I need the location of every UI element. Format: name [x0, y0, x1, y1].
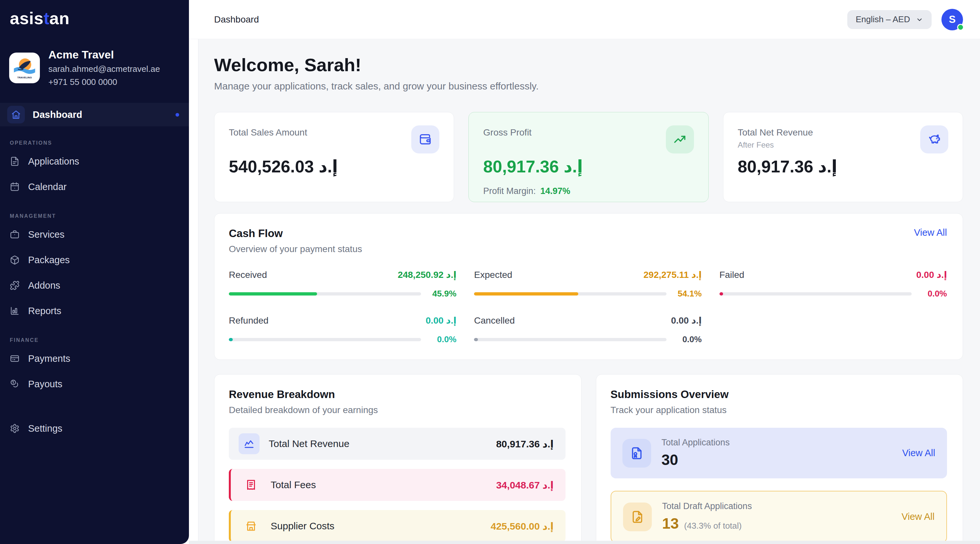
revenue-row-net-revenue: Total Net Revenue 80,917.36 د.إ — [229, 428, 565, 460]
total-applications-view-all-link[interactable]: View All — [902, 448, 935, 458]
stat-label: Gross Profit — [483, 127, 531, 138]
language-selector[interactable]: English – AED — [847, 10, 932, 29]
sidebar-item-reports[interactable]: Reports — [10, 298, 189, 324]
sidebar-item-calendar[interactable]: Calendar — [10, 174, 189, 200]
wallet-icon — [411, 125, 439, 154]
revenue-breakdown-card: Revenue Breakdown Detailed breakdown of … — [214, 374, 582, 544]
total-applications-panel: Total Applications 30 View All — [611, 428, 947, 478]
panel-label: Total Applications — [662, 438, 730, 448]
revenue-rows: Total Net Revenue 80,917.36 د.إ Total Fe… — [229, 428, 565, 542]
cash-flow-view-all-link[interactable]: View All — [914, 227, 947, 238]
card-title: Submissions Overview — [611, 388, 729, 401]
card-subtitle: Overview of your payment status — [229, 244, 362, 254]
language-selector-value: English – AED — [856, 14, 910, 24]
section-label: MANAGEMENT — [10, 213, 189, 219]
sidebar-item-dashboard[interactable]: Dashboard — [0, 103, 189, 126]
breadcrumb: Dashboard — [214, 14, 259, 25]
stats-row: Total Sales Amount 540,526.03 د.إ Gross … — [214, 112, 963, 202]
section-label: FINANCE — [10, 337, 189, 343]
credit-card-icon — [10, 354, 20, 363]
bottom-row: Revenue Breakdown Detailed breakdown of … — [214, 374, 963, 544]
cash-flow-item-received: Received 248,250.92 د.إ 45.9% — [229, 270, 456, 299]
company-phone: +971 55 000 0000 — [48, 77, 160, 87]
stat-value: 540,526.03 د.إ — [229, 157, 439, 176]
sidebar-item-payments[interactable]: Payments — [10, 346, 189, 371]
progress-track — [229, 292, 421, 295]
briefcase-icon — [10, 230, 20, 239]
page-title: Welcome, Sarah! — [214, 54, 963, 75]
progress-track — [719, 292, 912, 295]
card-subtitle: Track your application status — [611, 405, 729, 416]
gross-profit-card: Gross Profit 80,917.36 د.إ Profit Margin… — [468, 112, 708, 202]
net-revenue-card: Total Net Revenue After Fees 80,917.36 د… — [723, 112, 963, 202]
cash-flow-card: Cash Flow Overview of your payment statu… — [214, 213, 963, 360]
page-subtitle: Manage your applications, track sales, a… — [214, 81, 963, 92]
panel-value: 30 — [662, 451, 730, 469]
submissions-overview-card: Submissions Overview Track your applicat… — [596, 374, 963, 544]
card-title: Revenue Breakdown — [229, 388, 378, 401]
package-icon — [10, 255, 20, 265]
active-indicator-dot — [175, 113, 179, 117]
cash-flow-item-refunded: Refunded 0.00 د.إ 0.0% — [229, 315, 456, 344]
trending-up-icon — [666, 125, 694, 154]
stat-value: 80,917.36 د.إ — [483, 157, 694, 176]
cash-flow-item-expected: Expected 292,275.11 د.إ 54.1% — [474, 270, 702, 299]
stat-sublabel: After Fees — [738, 140, 813, 149]
main-area: Dashboard English – AED S Welcome, Sarah… — [189, 0, 980, 544]
company-name: Acme Travel — [48, 48, 160, 61]
user-avatar[interactable]: S — [942, 9, 963, 30]
draft-applications-view-all-link[interactable]: View All — [902, 511, 935, 522]
panel-label: Total Draft Applications — [662, 501, 752, 511]
piggy-bank-icon — [920, 125, 948, 154]
sidebar-item-addons[interactable]: Addons — [10, 273, 189, 298]
travel-logo-icon: TRAVELING — [11, 54, 38, 81]
cash-flow-item-failed: Failed 0.00 د.إ 0.0% — [719, 270, 947, 299]
sidebar: asistan TRAVELING Acme Travel sarah.ahme… — [0, 0, 189, 544]
sidebar-item-applications[interactable]: Applications — [10, 149, 189, 174]
company-info: Acme Travel sarah.ahmed@acmetravel.ae +9… — [48, 48, 160, 87]
stat-label: Total Sales Amount — [229, 127, 307, 138]
bar-chart-icon — [10, 306, 20, 316]
company-logo: TRAVELING — [9, 52, 40, 83]
card-title: Cash Flow — [229, 227, 362, 239]
section-label: OPERATIONS — [10, 140, 189, 146]
card-subtitle: Detailed breakdown of your earnings — [229, 405, 378, 416]
coins-icon — [10, 379, 20, 389]
draft-applications-panel: Total Draft Applications 13 (43.3% of to… — [611, 491, 947, 543]
sidebar-item-settings[interactable]: Settings — [0, 416, 189, 441]
panel-note: (43.3% of total) — [684, 521, 742, 531]
chart-line-icon — [239, 433, 259, 454]
progress-track — [474, 338, 666, 341]
sidebar-section-finance: FINANCE Payments Payouts — [0, 337, 189, 397]
sidebar-item-services[interactable]: Services — [10, 222, 189, 247]
stat-label: Total Net Revenue — [738, 127, 813, 138]
svg-text:TRAVELING: TRAVELING — [18, 76, 32, 79]
progress-track — [229, 338, 421, 341]
store-icon — [240, 515, 261, 536]
topbar: Dashboard English – AED S — [189, 0, 980, 39]
brand-logo: asistan — [0, 0, 189, 28]
online-status-dot — [957, 24, 964, 31]
company-email: sarah.ahmed@acmetravel.ae — [48, 64, 160, 74]
file-badge-icon — [622, 439, 651, 468]
progress-track — [474, 292, 666, 295]
bottom-strip — [189, 541, 980, 544]
sidebar-item-label: Dashboard — [33, 109, 168, 120]
profit-margin-line: Profit Margin: 14.97% — [483, 186, 694, 196]
receipt-icon — [240, 474, 261, 495]
total-sales-card: Total Sales Amount 540,526.03 د.إ — [214, 112, 454, 202]
puzzle-icon — [10, 281, 20, 290]
content-wrap: Welcome, Sarah! Manage your applications… — [189, 39, 980, 544]
chevron-down-icon — [916, 16, 923, 23]
file-pen-icon — [623, 503, 652, 531]
home-icon — [7, 106, 25, 124]
sidebar-section-operations: OPERATIONS Applications Calendar — [0, 140, 189, 200]
sidebar-item-packages[interactable]: Packages — [10, 247, 189, 273]
gear-icon — [10, 423, 20, 433]
sidebar-item-payouts[interactable]: Payouts — [10, 371, 189, 397]
revenue-row-supplier-costs: Supplier Costs 425,560.00 د.إ — [229, 510, 565, 542]
content-gutter — [189, 39, 198, 544]
panel-value: 13 — [662, 515, 679, 532]
app: asistan TRAVELING Acme Travel sarah.ahme… — [0, 0, 980, 544]
cash-flow-grid: Received 248,250.92 د.إ 45.9% Expected — [229, 270, 947, 344]
